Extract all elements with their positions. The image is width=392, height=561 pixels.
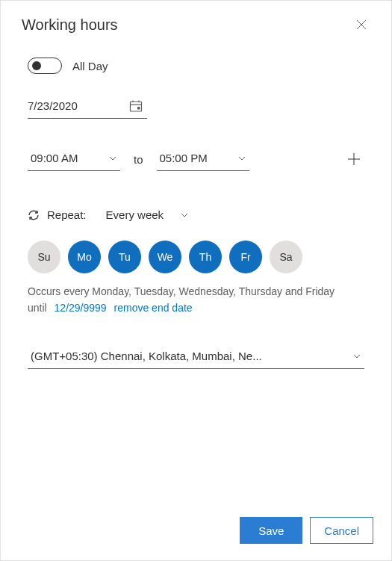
- all-day-label: All Day: [72, 60, 108, 72]
- chevron-down-icon: [237, 154, 246, 163]
- repeat-icon: [28, 209, 40, 221]
- day-th[interactable]: Th: [189, 241, 222, 273]
- start-time-select[interactable]: 09:00 AM: [28, 147, 120, 171]
- date-input[interactable]: [28, 99, 169, 112]
- all-day-row: All Day: [28, 58, 364, 74]
- end-time-value: 05:00 PM: [160, 152, 208, 164]
- day-fr[interactable]: Fr: [229, 241, 262, 273]
- until-prefix: until: [28, 302, 47, 314]
- plus-icon: [347, 152, 361, 166]
- day-we[interactable]: We: [149, 241, 181, 273]
- working-hours-dialog: Working hours All Day 09:00 AM: [0, 0, 392, 561]
- weekday-picker: Su Mo Tu We Th Fr Sa: [28, 241, 364, 273]
- recurrence-summary: Occurs every Monday, Tuesday, Wednesday,…: [28, 284, 364, 299]
- repeat-select[interactable]: Every week: [100, 205, 196, 224]
- day-su[interactable]: Su: [28, 241, 60, 273]
- date-field[interactable]: [28, 95, 147, 119]
- chevron-down-icon: [108, 154, 117, 163]
- day-sa[interactable]: Sa: [270, 241, 302, 273]
- chevron-down-icon: [180, 211, 189, 220]
- recurrence-until: until 12/29/9999 remove end date: [28, 302, 364, 314]
- timezone-select[interactable]: (GMT+05:30) Chennai, Kolkata, Mumbai, Ne…: [28, 345, 364, 369]
- svg-rect-4: [137, 107, 140, 110]
- time-row: 09:00 AM to 05:00 PM: [28, 147, 364, 171]
- dialog-body[interactable]: All Day 09:00 AM to 05:00 PM: [1, 43, 391, 503]
- repeat-value: Every week: [106, 208, 164, 221]
- day-tu[interactable]: Tu: [108, 241, 141, 273]
- timezone-value: (GMT+05:30) Chennai, Kolkata, Mumbai, Ne…: [31, 350, 262, 362]
- all-day-toggle[interactable]: [28, 58, 62, 74]
- dialog-footer: Save Cancel: [1, 505, 391, 560]
- add-time-button[interactable]: [343, 149, 364, 170]
- remove-end-date-link[interactable]: remove end date: [114, 302, 193, 314]
- repeat-label: Repeat:: [47, 208, 87, 221]
- save-button[interactable]: Save: [240, 517, 302, 544]
- time-separator: to: [134, 153, 143, 166]
- dialog-title: Working hours: [22, 16, 118, 34]
- close-icon: [356, 19, 367, 30]
- end-time-select[interactable]: 05:00 PM: [157, 147, 249, 171]
- dialog-header: Working hours: [1, 1, 391, 43]
- start-time-value: 09:00 AM: [31, 152, 78, 164]
- until-date-link[interactable]: 12/29/9999: [55, 302, 107, 314]
- svg-rect-0: [131, 102, 142, 111]
- day-mo[interactable]: Mo: [68, 241, 101, 273]
- repeat-row: Repeat: Every week: [28, 205, 364, 224]
- chevron-down-icon: [352, 352, 361, 361]
- toggle-knob: [32, 61, 41, 70]
- calendar-icon[interactable]: [129, 99, 143, 113]
- cancel-button[interactable]: Cancel: [310, 517, 373, 544]
- close-button[interactable]: [349, 13, 373, 37]
